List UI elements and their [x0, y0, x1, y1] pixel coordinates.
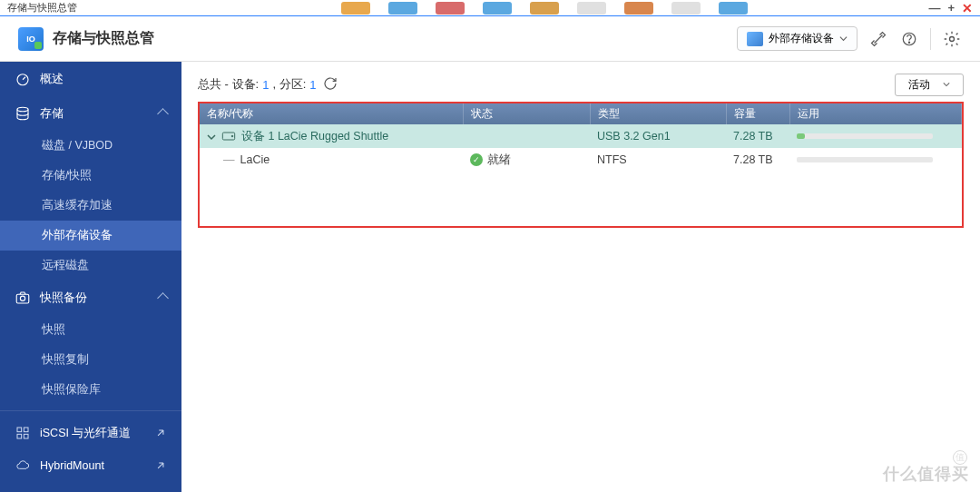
col-usage[interactable]: 运用	[789, 103, 962, 124]
refresh-button[interactable]	[323, 76, 338, 93]
sidebar: 概述 存储 磁盘 / VJBOD 存储/快照 高速缓存加速 外部存储设备 远程磁…	[0, 62, 181, 492]
nav-snapshot-vault[interactable]: 快照保险库	[0, 375, 181, 405]
svg-point-4	[17, 107, 28, 112]
nav-cache-accel[interactable]: 高速缓存加速	[0, 191, 181, 221]
partition-type: NTFS	[590, 148, 726, 172]
app-icon: IO	[18, 27, 44, 51]
summary-text: 总共 - 设备: 1 , 分区: 1	[198, 76, 338, 93]
nav-overview-label: 概述	[40, 71, 64, 87]
tools-icon[interactable]	[868, 29, 888, 49]
table-row[interactable]: — LaCie ✓ 就绪 NTFS 7.28 TB	[200, 148, 962, 172]
partition-status: 就绪	[487, 153, 511, 168]
action-dropdown[interactable]: 活动	[895, 74, 964, 96]
svg-rect-8	[24, 428, 28, 432]
device-selector-label: 外部存储设备	[769, 31, 834, 46]
device-table: 名称/代称 状态 类型 容量 运用 设备 1 LaCie Rugge	[200, 103, 962, 226]
nav-storage-snapshot[interactable]: 存储/快照	[0, 161, 181, 191]
device-type: USB 3.2 Gen1	[590, 124, 726, 148]
chevron-down-icon	[839, 34, 848, 43]
nav-iscsi[interactable]: iSCSI 与光纤通道	[0, 417, 181, 449]
nav-ssd-analyzer[interactable]: SSD 分析工具	[0, 482, 181, 492]
svg-point-2	[950, 36, 955, 41]
close-button[interactable]: ✕	[962, 1, 973, 15]
watermark-text: 什么值得买	[883, 463, 969, 485]
col-type[interactable]: 类型	[590, 103, 726, 124]
action-label: 活动	[908, 77, 930, 93]
svg-point-6	[20, 296, 24, 300]
nav-disk-vjbod[interactable]: 磁盘 / VJBOD	[0, 131, 181, 161]
window-title: 存储与快照总管	[7, 1, 77, 15]
svg-point-15	[231, 135, 233, 137]
nav-overview[interactable]: 概述	[0, 62, 181, 96]
external-link-icon	[154, 459, 167, 472]
svg-rect-7	[17, 428, 22, 432]
background-taskbar	[181, 0, 907, 16]
table-row[interactable]: 设备 1 LaCie Rugged Shuttle USB 3.2 Gen1 7…	[200, 124, 962, 148]
svg-point-1	[908, 42, 909, 43]
hdd-icon	[747, 32, 763, 46]
svg-rect-10	[24, 434, 28, 438]
device-selector-dropdown[interactable]: 外部存储设备	[737, 26, 858, 51]
nav-storage[interactable]: 存储	[0, 96, 181, 131]
device-name: 设备 1 LaCie Rugged Shuttle	[241, 129, 388, 144]
storage-icon	[15, 105, 31, 122]
settings-icon[interactable]	[942, 29, 962, 49]
app-title: 存储与快照总管	[53, 29, 154, 48]
nav-snapshot[interactable]: 快照	[0, 315, 181, 345]
nav-remote-disk[interactable]: 远程磁盘	[0, 251, 181, 280]
hdd-icon	[221, 130, 236, 143]
nav-snapshot-backup[interactable]: 快照备份	[0, 280, 181, 315]
nav-hybridmount[interactable]: HybridMount	[0, 449, 181, 482]
divider	[930, 28, 931, 50]
device-table-highlight: 名称/代称 状态 类型 容量 运用 设备 1 LaCie Rugge	[198, 102, 964, 228]
col-name[interactable]: 名称/代称	[200, 103, 463, 124]
partition-name: LaCie	[240, 153, 270, 166]
svg-rect-9	[17, 434, 22, 438]
col-status[interactable]: 状态	[463, 103, 590, 124]
chevron-down-icon[interactable]	[207, 132, 216, 141]
device-capacity: 7.28 TB	[726, 124, 789, 148]
camera-icon	[15, 290, 31, 306]
chevron-down-icon	[943, 81, 950, 88]
nav-storage-label: 存储	[40, 105, 64, 122]
partition-capacity: 7.28 TB	[726, 148, 789, 172]
external-link-icon	[154, 427, 167, 439]
iscsi-icon	[15, 425, 31, 441]
divider	[0, 410, 181, 411]
help-icon[interactable]	[899, 29, 919, 49]
nav-snapshot-label: 快照备份	[40, 290, 87, 306]
cloud-icon	[15, 458, 31, 474]
minimize-button[interactable]: —	[928, 1, 940, 15]
usage-bar	[797, 157, 933, 162]
status-ok-icon: ✓	[470, 153, 483, 166]
col-capacity[interactable]: 容量	[726, 103, 789, 124]
dashboard-icon	[15, 71, 31, 87]
usage-bar	[797, 133, 933, 139]
nav-snapshot-copy[interactable]: 快照复制	[0, 345, 181, 375]
maximize-button[interactable]: +	[947, 1, 955, 15]
content-area: 总共 - 设备: 1 , 分区: 1 活动 名称/代称 状态 类型	[181, 62, 980, 492]
nav-external-storage[interactable]: 外部存储设备	[0, 221, 181, 251]
